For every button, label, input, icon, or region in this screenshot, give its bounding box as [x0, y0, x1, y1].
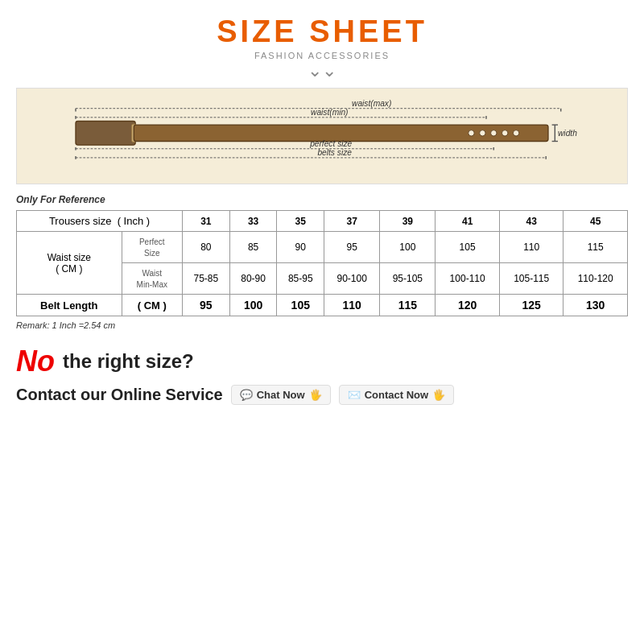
mm-45: 110-120	[564, 263, 628, 295]
mail-icon: ✉️	[348, 389, 361, 401]
contact-now-label: Contact Now	[365, 389, 428, 401]
mm-33: 80-90	[229, 263, 277, 295]
bl-41: 120	[436, 295, 500, 316]
bl-35: 105	[277, 295, 324, 316]
svg-text:waist(min): waist(min)	[311, 108, 348, 117]
col-41: 41	[436, 211, 500, 232]
svg-text:waist(max): waist(max)	[352, 99, 391, 108]
ps-37: 95	[324, 232, 380, 263]
col-43: 43	[499, 211, 564, 232]
ps-43: 110	[499, 232, 564, 263]
waist-size-label: Waist size( CM )	[17, 232, 122, 295]
belt-diagram: waist(max) waist(min) width	[16, 88, 628, 184]
mm-43: 105-115	[499, 263, 564, 295]
ps-31: 80	[183, 232, 230, 263]
belt-length-unit: ( CM )	[122, 295, 182, 316]
chat-now-label: Chat Now	[257, 389, 305, 401]
perfect-size-sub: PerfectSize	[122, 232, 182, 263]
contact-line: Contact our Online Service 💬 Chat Now 🖐 …	[16, 385, 628, 405]
col-35: 35	[277, 211, 324, 232]
mm-39: 95-105	[380, 263, 436, 295]
svg-point-13	[469, 130, 474, 136]
svg-point-15	[491, 130, 497, 136]
size-table: Trousers size ( Inch ) 31 33 35 37 39 41…	[16, 210, 628, 316]
ps-41: 105	[436, 232, 500, 263]
mm-31: 75-85	[183, 263, 230, 295]
main-title: SIZE SHEET	[217, 14, 427, 49]
svg-point-17	[513, 130, 518, 136]
chat-now-button[interactable]: 💬 Chat Now 🖐	[231, 385, 331, 405]
no-size-line: No the right size?	[16, 345, 628, 378]
bottom-section: No the right size? Contact our Online Se…	[16, 345, 628, 405]
bl-31: 95	[183, 295, 230, 316]
belt-length-label: Belt Length	[17, 295, 122, 316]
bl-37: 110	[324, 295, 380, 316]
ps-39: 100	[380, 232, 436, 263]
remark-text: Remark: 1 Inch =2.54 cm	[16, 320, 628, 330]
contact-label: Contact our Online Service	[16, 386, 223, 404]
ps-45: 115	[564, 232, 628, 263]
bl-45: 130	[564, 295, 628, 316]
mm-35: 85-95	[277, 263, 324, 295]
right-size-text: the right size?	[63, 350, 194, 373]
bl-43: 125	[499, 295, 564, 316]
no-text: No	[16, 345, 55, 378]
only-ref-label: Only For Reference	[16, 194, 628, 205]
col-39: 39	[380, 211, 436, 232]
mm-41: 100-110	[436, 263, 500, 295]
hand2-icon: 🖐	[432, 389, 445, 401]
trousers-size-header: Trousers size ( Inch )	[17, 211, 183, 232]
mm-37: 90-100	[324, 263, 380, 295]
bl-33: 100	[229, 295, 277, 316]
svg-text:width: width	[558, 129, 577, 138]
svg-rect-10	[76, 121, 135, 145]
col-37: 37	[324, 211, 380, 232]
subtitle: FASHION ACCESSORIES	[217, 51, 427, 60]
svg-text:perfect size: perfect size	[309, 139, 352, 148]
waist-minmax-sub: WaistMin-Max	[122, 263, 182, 295]
chat-emoji-icon: 💬	[240, 389, 253, 401]
ps-35: 90	[277, 232, 324, 263]
svg-text:belts size: belts size	[317, 148, 352, 157]
table-section: Only For Reference Trousers size ( Inch …	[16, 194, 628, 330]
col-45: 45	[564, 211, 628, 232]
col-33: 33	[229, 211, 277, 232]
hand-icon: 🖐	[309, 389, 322, 401]
title-section: SIZE SHEET FASHION ACCESSORIES ⌄⌄	[217, 14, 427, 80]
bl-39: 115	[380, 295, 436, 316]
svg-point-16	[502, 130, 507, 136]
ps-33: 85	[229, 232, 277, 263]
col-31: 31	[183, 211, 230, 232]
contact-now-button[interactable]: ✉️ Contact Now 🖐	[339, 385, 454, 405]
svg-point-14	[480, 130, 485, 136]
chevrons-icon: ⌄⌄	[217, 62, 427, 80]
